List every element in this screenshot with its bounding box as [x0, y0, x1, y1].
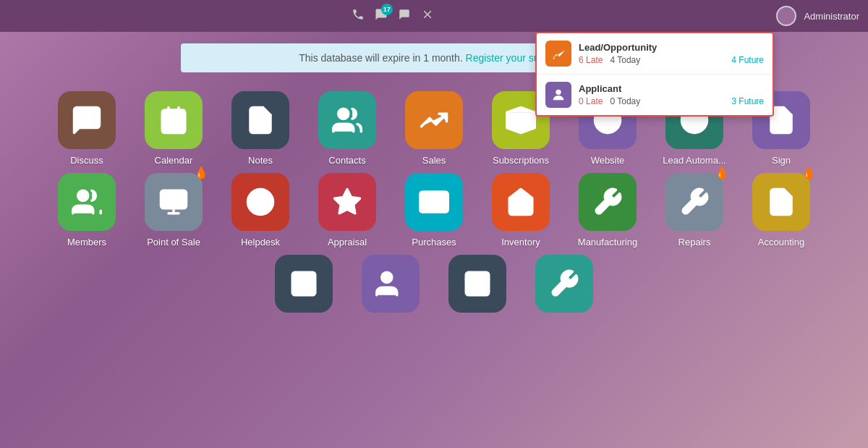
svg-rect-28 — [466, 272, 489, 295]
notif-lead-icon — [545, 41, 571, 67]
admin-label[interactable]: Administrator — [804, 11, 859, 22]
app-icon-contacts — [318, 91, 376, 149]
svg-rect-1 — [162, 110, 185, 133]
app-item-app-b3[interactable] — [438, 255, 517, 318]
app-label-appraisal: Appraisal — [328, 237, 367, 248]
app-item-manufacturing[interactable]: Manufacturing — [568, 173, 647, 248]
app-item-point-of-sale[interactable]: Point of Sale — [134, 173, 213, 248]
notification-popup: Lead/Opportunity 6 Late 4 Today 4 Future… — [535, 32, 774, 117]
app-item-discuss[interactable]: Discuss — [47, 91, 127, 166]
notif-lead-content: Lead/Opportunity 6 Late 4 Today 4 Future — [579, 42, 764, 65]
app-icon-discuss — [58, 91, 116, 149]
app-item-app-b4[interactable] — [524, 255, 604, 318]
app-icon-app-b3 — [448, 255, 506, 313]
phone-icon[interactable] — [352, 8, 365, 24]
app-icon-inventory — [492, 173, 550, 231]
app-label-members: Members — [67, 237, 106, 248]
app-label-repairs: Repairs — [678, 237, 711, 248]
chat-icon[interactable] — [398, 8, 411, 24]
app-label-website: Website — [591, 155, 625, 166]
app-item-purchases[interactable]: Purchases — [394, 173, 474, 248]
app-item-appraisal[interactable]: Appraisal — [307, 173, 387, 248]
svg-rect-17 — [161, 190, 187, 208]
app-label-accounting: Accounting — [758, 237, 804, 248]
messages-icon[interactable]: 17 — [375, 8, 388, 24]
app-label-lead-automation: Lead Automa... — [663, 155, 726, 166]
app-item-app-b1[interactable] — [264, 255, 344, 318]
app-label-contacts: Contacts — [328, 155, 365, 166]
svg-point-9 — [339, 109, 349, 119]
app-item-members[interactable]: Members — [47, 173, 127, 248]
svg-rect-26 — [292, 272, 315, 295]
app-icon-appraisal — [318, 173, 376, 231]
svg-point-15 — [78, 190, 88, 200]
svg-point-10 — [517, 117, 525, 124]
app-grid-bottom — [0, 255, 868, 318]
app-label-notes: Notes — [248, 155, 273, 166]
message-badge: 17 — [381, 4, 393, 15]
app-icon-sales — [405, 91, 463, 149]
topbar-right: Administrator — [776, 6, 859, 26]
water-drop-repairs — [715, 166, 728, 182]
app-label-inventory: Inventory — [501, 237, 540, 248]
app-label-helpdesk: Helpdesk — [241, 237, 280, 248]
notif-applicant-icon — [545, 82, 571, 108]
close-icon[interactable] — [421, 8, 434, 24]
app-item-contacts[interactable]: Contacts — [307, 91, 387, 166]
app-item-inventory[interactable]: Inventory — [481, 173, 561, 248]
app-item-repairs[interactable]: Repairs — [655, 173, 734, 248]
notif-lead-future: 4 Future — [731, 55, 764, 65]
svg-point-0 — [556, 90, 561, 95]
app-label-calendar: Calendar — [155, 155, 193, 166]
avatar — [776, 6, 796, 26]
svg-point-19 — [257, 195, 265, 203]
app-icon-manufacturing — [579, 173, 637, 231]
water-drop-point-of-sale — [194, 166, 207, 182]
app-label-discuss: Discuss — [70, 155, 103, 166]
app-label-point-of-sale: Point of Sale — [147, 237, 200, 248]
app-item-notes[interactable]: Notes — [221, 91, 300, 166]
notif-lead-stats: 6 Late 4 Today 4 Future — [579, 55, 764, 65]
app-item-calendar[interactable]: Calendar — [134, 91, 213, 166]
app-icon-members — [58, 173, 116, 231]
app-label-manufacturing: Manufacturing — [578, 237, 637, 248]
app-icon-app-b1 — [275, 255, 333, 313]
notif-applicant-title: Applicant — [579, 83, 764, 94]
app-icon-helpdesk — [231, 173, 289, 231]
app-item-sales[interactable]: Sales — [394, 91, 474, 166]
svg-rect-21 — [420, 192, 448, 212]
app-label-purchases: Purchases — [412, 237, 456, 248]
svg-point-27 — [382, 272, 392, 282]
notif-lead-late: 6 Late — [579, 55, 603, 65]
notif-lead-opportunity[interactable]: Lead/Opportunity 6 Late 4 Today 4 Future — [537, 33, 773, 75]
app-icon-purchases — [405, 173, 463, 231]
app-icon-accounting — [752, 173, 810, 231]
app-icon-point-of-sale — [145, 173, 203, 231]
notif-applicant[interactable]: Applicant 0 Late 0 Today 3 Future — [537, 75, 773, 115]
water-drop-accounting — [801, 166, 814, 182]
notif-applicant-content: Applicant 0 Late 0 Today 3 Future — [579, 83, 764, 106]
notif-lead-title: Lead/Opportunity — [579, 42, 764, 53]
app-item-app-b2[interactable] — [351, 255, 430, 318]
app-label-sign: Sign — [772, 155, 791, 166]
notif-applicant-stats: 0 Late 0 Today 3 Future — [579, 96, 764, 106]
app-icon-app-b2 — [362, 255, 420, 313]
topbar: 17 Administrator — [0, 0, 868, 32]
notif-lead-today: 4 Today — [610, 55, 640, 65]
notif-applicant-late: 0 Late — [579, 96, 603, 106]
banner-text: This database will expire in 1 month. — [299, 52, 462, 64]
app-icon-calendar — [145, 91, 203, 149]
app-icon-notes — [231, 91, 289, 149]
app-item-accounting[interactable]: Accounting — [741, 173, 821, 248]
svg-rect-5 — [167, 123, 171, 127]
app-label-subscriptions: Subscriptions — [493, 155, 549, 166]
topbar-icons: 17 — [352, 8, 434, 24]
svg-marker-20 — [335, 190, 360, 214]
app-icon-repairs — [665, 173, 723, 231]
app-icon-app-b4 — [535, 255, 593, 313]
app-item-helpdesk[interactable]: Helpdesk — [221, 173, 300, 248]
notif-applicant-future: 3 Future — [731, 96, 764, 106]
notif-applicant-today: 0 Today — [610, 96, 640, 106]
app-label-sales: Sales — [422, 155, 446, 166]
